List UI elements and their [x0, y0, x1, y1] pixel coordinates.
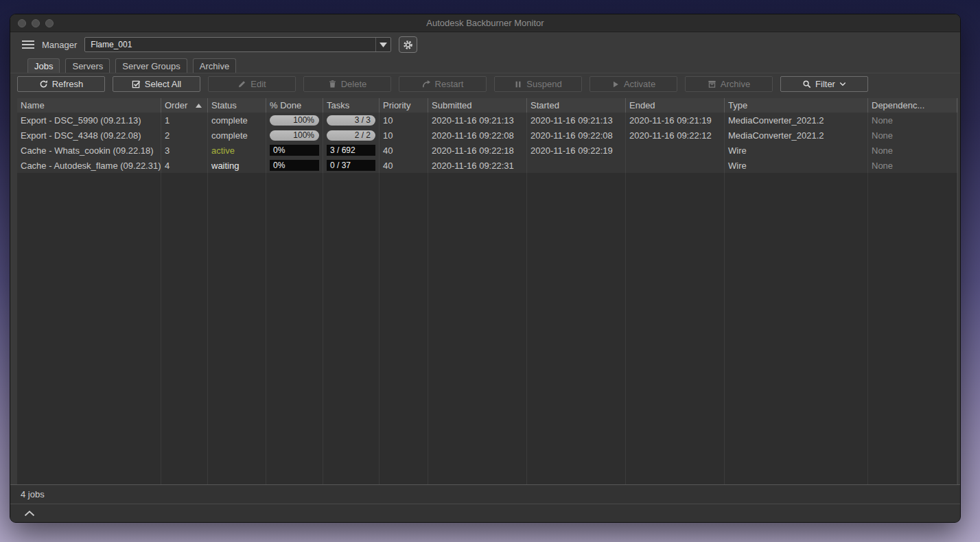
- zoom-button[interactable]: [45, 19, 54, 27]
- table-header: NameOrderStatus% DoneTasksPrioritySubmit…: [17, 98, 957, 113]
- button-label: Select All: [145, 79, 181, 89]
- cell-pct-done: 0%: [266, 143, 323, 158]
- jobs-table: NameOrderStatus% DoneTasksPrioritySubmit…: [17, 98, 958, 484]
- job-count: 4 jobs: [21, 489, 45, 499]
- cell-submitted: 2020-11-16 09:22:18: [428, 143, 527, 158]
- column-header-order[interactable]: Order: [161, 98, 208, 113]
- desktop-background: Autodesk Backburner Monitor Manager Flam…: [0, 0, 980, 542]
- cell-pct-done: 100%: [266, 113, 323, 128]
- column-header-status[interactable]: Status: [208, 98, 266, 113]
- column-label: Dependenc...: [872, 100, 924, 110]
- status-bar: 4 jobs: [10, 484, 960, 504]
- column-label: Tasks: [327, 100, 349, 110]
- cell-order: 2: [161, 128, 208, 143]
- cell-status: waiting: [208, 158, 266, 173]
- table-column-fill: [868, 173, 957, 484]
- close-button[interactable]: [18, 19, 26, 27]
- chevron-down-icon: [375, 38, 390, 51]
- column-header-priority[interactable]: Priority: [380, 98, 428, 113]
- restart-button: Restart: [399, 76, 487, 92]
- play-icon: [611, 80, 620, 89]
- progress-pill: 100%: [270, 130, 319, 141]
- button-label: Delete: [341, 79, 367, 89]
- cell-priority: 40: [380, 143, 428, 158]
- column-label: % Done: [270, 100, 301, 110]
- button-label: Edit: [250, 79, 266, 89]
- progress-bar: 0%: [270, 160, 319, 171]
- table-column-fill: [626, 173, 725, 484]
- column-header-type[interactable]: Type: [725, 98, 868, 113]
- column-header-started[interactable]: Started: [527, 98, 626, 113]
- column-header-name[interactable]: Name: [17, 98, 161, 113]
- window-titlebar[interactable]: Autodesk Backburner Monitor: [10, 14, 960, 32]
- cell-priority: 10: [380, 113, 428, 128]
- cell-started: [527, 158, 626, 173]
- cell-ended: [626, 158, 725, 173]
- tab-server-groups[interactable]: Server Groups: [115, 58, 187, 73]
- cell-type: Wire: [725, 158, 868, 173]
- table-row[interactable]: Cache - Whats_cookin (09.22.18)3active0%…: [17, 143, 957, 158]
- cell-submitted: 2020-11-16 09:22:08: [428, 128, 527, 143]
- activate-button: Activate: [590, 76, 677, 92]
- cell-name: Export - DSC_4348 (09.22.08): [17, 128, 161, 143]
- gear-icon: [403, 40, 413, 50]
- tasks-bar: 3 / 692: [327, 145, 375, 156]
- cell-tasks: 2 / 2: [323, 128, 380, 143]
- column-header-ended[interactable]: Ended: [626, 98, 725, 113]
- tab-archive[interactable]: Archive: [193, 58, 236, 73]
- table-row[interactable]: Export - DSC_5990 (09.21.13)1complete100…: [17, 113, 957, 128]
- table-column-fill: [323, 173, 380, 484]
- tab-servers[interactable]: Servers: [65, 58, 110, 73]
- column-header-done[interactable]: % Done: [266, 98, 323, 113]
- column-label: Name: [21, 100, 45, 110]
- cell-priority: 40: [380, 158, 428, 173]
- cell-type: MediaConverter_2021.2: [725, 128, 868, 143]
- button-label: Archive: [721, 79, 750, 89]
- button-label: Filter: [815, 79, 835, 89]
- column-header-tasks[interactable]: Tasks: [323, 98, 380, 113]
- app-window: Autodesk Backburner Monitor Manager Flam…: [10, 14, 961, 523]
- tasks-pill: 3 / 3: [327, 115, 375, 126]
- column-header-dependenc[interactable]: Dependenc...: [868, 98, 957, 113]
- table-row[interactable]: Export - DSC_4348 (09.22.08)2complete100…: [17, 128, 957, 143]
- pause-icon: [514, 80, 522, 89]
- cell-pct-done: 0%: [266, 158, 323, 173]
- table-column-fill: [380, 173, 428, 484]
- select-all-button[interactable]: Select All: [113, 76, 200, 92]
- manager-dropdown[interactable]: Flame_001: [84, 37, 391, 52]
- column-label: Ended: [629, 100, 655, 110]
- table-column-fill: [208, 173, 266, 484]
- cell-tasks: 3 / 3: [323, 113, 380, 128]
- delete-button: Delete: [303, 76, 391, 92]
- tab-jobs[interactable]: Jobs: [27, 58, 60, 73]
- cell-dependencies: None: [868, 158, 957, 173]
- cell-order: 1: [161, 113, 208, 128]
- manager-label: Manager: [42, 40, 77, 50]
- archive-box-icon: [708, 80, 716, 89]
- cell-dependencies: None: [868, 128, 957, 143]
- cell-priority: 10: [380, 128, 428, 143]
- archive-button: Archive: [685, 76, 773, 92]
- refresh-button[interactable]: Refresh: [17, 76, 105, 92]
- cell-tasks: 3 / 692: [323, 143, 380, 158]
- column-header-submitted[interactable]: Submitted: [428, 98, 527, 113]
- column-label: Priority: [383, 100, 410, 110]
- settings-button[interactable]: [399, 36, 417, 53]
- table-column-fill: [428, 173, 527, 484]
- table-row[interactable]: Cache - Autodesk_flame (09.22.31)4waitin…: [17, 158, 957, 173]
- button-label: Suspend: [526, 79, 561, 89]
- filter-button[interactable]: Filter: [780, 76, 868, 92]
- minimize-button[interactable]: [32, 19, 40, 27]
- table-body-rows: Export - DSC_5990 (09.21.13)1complete100…: [17, 113, 957, 173]
- tasks-bar: 0 / 37: [327, 160, 375, 171]
- table-empty-area: [17, 173, 957, 484]
- hamburger-menu-icon[interactable]: [22, 40, 34, 49]
- search-icon: [802, 80, 811, 89]
- cell-type: MediaConverter_2021.2: [725, 113, 868, 128]
- cell-submitted: 2020-11-16 09:21:13: [428, 113, 527, 128]
- column-label: Order: [165, 100, 187, 110]
- sort-asc-icon: [194, 104, 204, 108]
- manager-dropdown-value: Flame_001: [85, 40, 375, 49]
- restart-arrow-icon: [422, 80, 431, 89]
- chevron-up-icon[interactable]: [24, 510, 35, 517]
